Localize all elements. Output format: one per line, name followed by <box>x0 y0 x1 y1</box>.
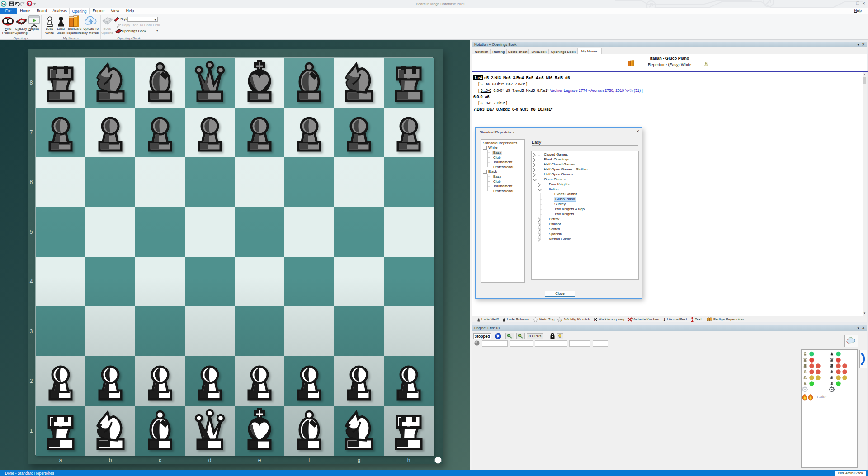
svg-text:W: W <box>2 2 5 6</box>
svg-text:G: G <box>28 2 31 6</box>
svg-text:Calm: Calm <box>817 395 827 399</box>
